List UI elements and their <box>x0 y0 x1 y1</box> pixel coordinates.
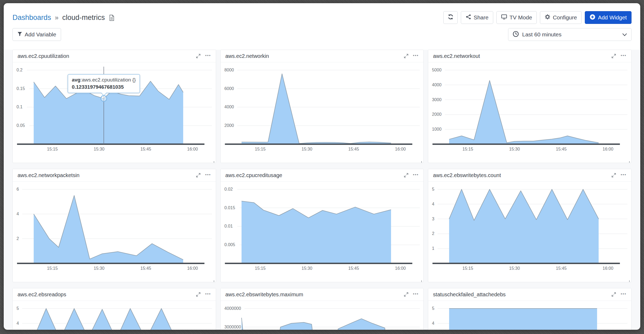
svg-text:0.01: 0.01 <box>224 224 233 229</box>
svg-text:2000: 2000 <box>224 123 234 128</box>
svg-text:3: 3 <box>432 216 434 221</box>
expand-icon[interactable] <box>403 173 409 178</box>
widget-menu-icon[interactable]: ••• <box>413 173 419 178</box>
expand-icon[interactable] <box>611 292 616 297</box>
resize-handle[interactable] <box>628 280 630 282</box>
widget-title: aws.ec2.ebsreadops <box>18 292 66 298</box>
chart-area: 64215:1515:3015:4516:00 <box>13 182 216 274</box>
resize-handle[interactable] <box>420 161 422 163</box>
chart-area: 0.020.0150.010.00515:1515:3015:4516:00 <box>221 182 424 274</box>
svg-text:15:45: 15:45 <box>140 266 151 271</box>
chart-area: 5432115:1515:3015:4516:00 <box>13 301 216 330</box>
svg-text:2000: 2000 <box>432 112 441 117</box>
expand-icon[interactable] <box>611 173 616 178</box>
svg-text:3000: 3000 <box>432 97 441 102</box>
area-chart[interactable]: 5000400030002000100015:1515:3015:4516:00 <box>428 65 631 155</box>
expand-icon[interactable] <box>403 292 409 297</box>
widget-menu-icon[interactable]: ••• <box>621 53 626 59</box>
resize-handle[interactable] <box>212 280 214 282</box>
svg-text:15:15: 15:15 <box>462 147 473 151</box>
widget-menu-icon[interactable]: ••• <box>205 53 211 59</box>
svg-text:16:00: 16:00 <box>187 266 198 271</box>
tv-icon <box>501 14 507 21</box>
svg-text:0.015: 0.015 <box>224 205 235 210</box>
widget-header: aws.ec2.networkpacketsin ••• <box>13 169 216 182</box>
area-chart[interactable]: 5432115:1515:3015:4516:00 <box>13 303 216 330</box>
svg-text:15:15: 15:15 <box>47 147 58 151</box>
add-widget-button[interactable]: Add Widget <box>585 11 632 24</box>
widget-menu-icon[interactable]: ••• <box>205 173 211 178</box>
add-widget-label: Add Widget <box>598 14 627 21</box>
svg-text:15:30: 15:30 <box>302 266 312 271</box>
svg-text:15:15: 15:15 <box>255 147 266 151</box>
widget-menu-icon[interactable]: ••• <box>621 173 626 178</box>
share-label: Share <box>474 14 488 21</box>
widget-actions: ••• <box>611 53 626 59</box>
top-bar: Dashboards » cloud-metrics Share <box>12 11 632 24</box>
expand-icon[interactable] <box>196 292 201 297</box>
chart-widget: aws.ec2.networkin ••• 800060004000200015… <box>220 50 424 163</box>
breadcrumb-dashboards-link[interactable]: Dashboards <box>12 14 51 22</box>
widget-menu-icon[interactable]: ••• <box>413 53 419 59</box>
chart-widget: aws.ec2.ebswritebytes.maximum ••• 400000… <box>220 288 424 330</box>
expand-icon[interactable] <box>196 53 201 59</box>
widget-menu-icon[interactable]: ••• <box>413 292 419 297</box>
svg-text:5000: 5000 <box>432 67 441 72</box>
widget-header: aws.ec2.networkout ••• <box>428 50 631 62</box>
svg-text:4: 4 <box>16 211 19 216</box>
chart-widget: aws.ec2.networkout ••• 50004000300020001… <box>428 50 632 163</box>
widget-header: statuscheckfailed_attachedebs ••• <box>428 288 631 301</box>
share-button[interactable]: Share <box>461 11 493 24</box>
clock-icon <box>513 31 519 38</box>
share-icon <box>466 14 471 21</box>
breadcrumb: Dashboards » cloud-metrics <box>12 14 443 22</box>
svg-text:16:00: 16:00 <box>395 266 406 271</box>
configure-button[interactable]: Configure <box>540 11 582 24</box>
svg-text:2: 2 <box>16 236 19 241</box>
resize-handle[interactable] <box>420 280 422 282</box>
expand-icon[interactable] <box>403 53 409 59</box>
area-chart[interactable]: 5432115:1515:3015:4516:00 <box>428 303 631 330</box>
svg-text:4000000: 4000000 <box>224 306 241 311</box>
expand-icon[interactable] <box>611 53 616 59</box>
tooltip-metric-name: :aws.ec2.cpuutilization {} <box>80 77 136 83</box>
widget-header: aws.ec2.ebswritebytes.maximum ••• <box>221 288 424 301</box>
widget-actions: ••• <box>196 292 211 297</box>
svg-text:15:30: 15:30 <box>509 147 520 151</box>
widget-menu-icon[interactable]: ••• <box>205 292 211 297</box>
svg-text:2: 2 <box>432 231 434 236</box>
widget-header: aws.ec2.ebsreadops ••• <box>13 288 216 301</box>
area-chart[interactable]: 5432115:1515:3015:4516:00 <box>428 184 631 274</box>
widget-title: aws.ec2.cpucreditusage <box>225 172 282 178</box>
svg-text:0.005: 0.005 <box>224 242 235 247</box>
configure-label: Configure <box>553 14 577 21</box>
svg-text:3000000: 3000000 <box>224 324 241 329</box>
area-chart[interactable]: 800060004000200015:1515:3015:4516:00 <box>221 65 424 155</box>
document-icon[interactable] <box>109 15 114 21</box>
tv-mode-button[interactable]: TV Mode <box>496 11 537 24</box>
chart-widget: aws.ec2.cpuutilization ••• 0.20.150.10.0… <box>12 50 216 163</box>
expand-icon[interactable] <box>196 173 201 178</box>
refresh-button[interactable] <box>443 11 458 24</box>
app-window: Dashboards » cloud-metrics Share <box>4 3 640 330</box>
top-actions: Share TV Mode Configure Add Widget <box>443 11 632 24</box>
widget-header: aws.ec2.cpuutilization ••• <box>13 50 216 62</box>
area-chart[interactable]: 64215:1515:3015:4516:00 <box>13 184 216 274</box>
svg-text:15:45: 15:45 <box>348 266 359 271</box>
time-range-select[interactable]: Last 60 minutes <box>508 28 632 41</box>
widget-menu-icon[interactable]: ••• <box>621 292 626 297</box>
add-variable-button[interactable]: Add Variable <box>12 28 61 41</box>
resize-handle[interactable] <box>212 161 214 163</box>
widget-header: aws.ec2.cpucreditusage ••• <box>221 169 424 182</box>
svg-text:6000: 6000 <box>224 86 234 91</box>
svg-text:4000: 4000 <box>432 82 441 87</box>
widget-title: aws.ec2.ebswritebytes.count <box>433 172 501 178</box>
area-chart[interactable]: 400000030000002000000100000015:1515:3015… <box>221 303 424 330</box>
breadcrumb-separator: » <box>55 14 59 22</box>
resize-handle[interactable] <box>628 161 630 163</box>
widget-title: aws.ec2.networkpacketsin <box>18 172 79 178</box>
area-chart[interactable]: 0.020.0150.010.00515:1515:3015:4516:00 <box>221 184 424 274</box>
svg-text:15:45: 15:45 <box>140 147 151 151</box>
time-range-value: Last 60 minutes <box>522 31 619 38</box>
widget-actions: ••• <box>611 292 626 297</box>
